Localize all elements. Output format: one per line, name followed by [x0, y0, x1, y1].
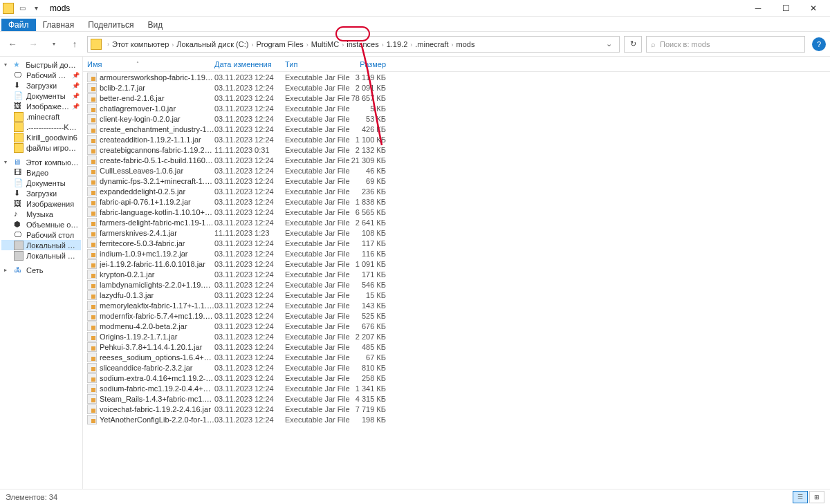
chevron-right-icon[interactable]: › [339, 41, 347, 48]
sidebar-item[interactable]: .--------------Kedirc [1, 122, 81, 132]
breadcrumb-dropdown-icon[interactable]: ⌄ [602, 39, 616, 48]
ribbon-tab-home[interactable]: Главная [36, 19, 82, 31]
sidebar-this-pc[interactable]: ▾ 🖥 Этот компьютер [1, 157, 81, 167]
file-row[interactable]: expandeddelight-0.2.5.jar03.11.2023 12:2… [83, 186, 830, 196]
ribbon-tab-view[interactable]: Вид [140, 19, 169, 31]
sidebar-item[interactable]: 🖵Рабочий стол [1, 230, 81, 240]
sidebar-item[interactable]: 🎞Видео [1, 167, 81, 178]
breadcrumb-item[interactable]: Этот компьютер [112, 40, 169, 48]
file-row[interactable]: memoryleakfix-fabric-1.17+-1.1.2.jar03.1… [83, 300, 830, 310]
file-row[interactable]: Steam_Rails-1.4.3+fabric-mc1.19.2.jar03.… [83, 393, 830, 404]
ribbon-tab-share[interactable]: Поделиться [81, 19, 140, 31]
nav-recent-dropdown[interactable]: ▾ [46, 36, 62, 53]
file-row[interactable]: sliceanddice-fabric-2.3.2.jar03.11.2023 … [83, 362, 830, 373]
sidebar-item[interactable]: 🖼Изображения📌 [1, 101, 81, 111]
file-row[interactable]: jei-1.19.2-fabric-11.6.0.1018.jar03.11.2… [83, 259, 830, 269]
minimize-button[interactable]: ─ [744, 0, 772, 17]
chevron-right-icon[interactable]: › [169, 41, 176, 48]
file-row[interactable]: farmers-delight-fabric-mc1.19-1.19.2-1.3… [83, 217, 830, 227]
sidebar-item[interactable]: 📄Документы [1, 178, 81, 188]
breadcrumb-item[interactable]: instances [347, 40, 378, 48]
file-row[interactable]: ferritecore-5.0.3-fabric.jar03.11.2023 1… [83, 238, 830, 248]
sidebar-item[interactable]: ⬇Загрузки [1, 188, 81, 198]
sidebar-item[interactable]: ♪Музыка [1, 209, 81, 219]
file-row[interactable]: create-fabric-0.5.1-c-build.1160+mc1.19.… [83, 155, 830, 165]
refresh-button[interactable]: ↻ [624, 36, 642, 53]
view-details-button[interactable]: ☰ [793, 491, 808, 503]
file-row[interactable]: krypton-0.2.1.jar03.11.2023 12:24Executa… [83, 269, 830, 279]
file-row[interactable]: sodium-extra-0.4.16+mc1.19.2-build.90.ja… [83, 373, 830, 383]
file-row[interactable]: modernfix-fabric-5.7.4+mc1.19.2.jar03.11… [83, 310, 830, 321]
chevron-right-icon[interactable]: › [304, 41, 311, 48]
close-button[interactable]: ✕ [800, 0, 827, 17]
file-type: Executable Jar File [285, 291, 350, 299]
file-row[interactable]: sodium-fabric-mc1.19.2-0.4.4+build.18.ja… [83, 383, 830, 393]
maximize-button[interactable]: ☐ [772, 0, 800, 17]
file-row[interactable]: armourersworkshop-fabric-1.19.2-2.0.2.ja… [83, 72, 830, 82]
breadcrumb-item[interactable]: 1.19.2 [387, 40, 408, 48]
chevron-right-icon[interactable]: › [248, 41, 256, 48]
breadcrumb-item[interactable]: Локальный диск (C:) [176, 40, 248, 48]
chevron-right-icon[interactable]: › [104, 41, 112, 48]
file-row[interactable]: create_enchantment_industry-1.0.1.b.jar0… [83, 124, 830, 134]
sidebar-item[interactable]: 🖼Изображения [1, 198, 81, 209]
sidebar-item[interactable]: .minecraft [1, 111, 81, 122]
file-list[interactable]: armourersworkshop-fabric-1.19.2-2.0.2.ja… [83, 72, 830, 489]
file-row[interactable]: bclib-2.1.7.jar03.11.2023 12:24Executabl… [83, 82, 830, 93]
chevron-right-icon[interactable]: › [449, 41, 456, 48]
qat-dropdown-icon[interactable]: ▾ [30, 3, 42, 14]
sidebar-item[interactable]: 📄Документы📌 [1, 91, 81, 101]
sidebar-item[interactable]: файлы игроков [1, 142, 81, 153]
file-row[interactable]: dynamic-fps-3.2.1+minecraft-1.19.0.jar03… [83, 176, 830, 186]
file-row[interactable]: Pehkui-3.7.8+1.14.4-1.20.1.jar03.11.2023… [83, 342, 830, 352]
sidebar-network[interactable]: ▸ 🖧 Сеть [1, 265, 81, 275]
ribbon-tab-file[interactable]: Файл [1, 19, 36, 31]
chevron-down-icon[interactable]: ▾ [4, 159, 10, 165]
chevron-down-icon[interactable]: ▾ [4, 62, 10, 68]
column-header-name[interactable]: Имя ˄ [87, 60, 214, 68]
breadcrumb-item[interactable]: Program Files [256, 40, 303, 48]
file-row[interactable]: client-key-login-0.2.0.jar03.11.2023 12:… [83, 113, 830, 124]
nav-back-button[interactable]: ← [4, 36, 21, 53]
statusbar: Элементов: 34 ☰ ⊞ [0, 489, 830, 504]
sidebar-item[interactable]: ⬇Загрузки📌 [1, 80, 81, 91]
column-header-date[interactable]: Дата изменения [214, 60, 285, 68]
breadcrumb-item[interactable]: mods [456, 40, 475, 48]
file-row[interactable]: CullLessLeaves-1.0.6.jar03.11.2023 12:24… [83, 165, 830, 176]
sidebar-item[interactable]: Локальный диск (D [1, 250, 81, 261]
file-row[interactable]: createbigcannons-fabric-1.19.2-0.5.2.a.j… [83, 144, 830, 155]
view-large-icons-button[interactable]: ⊞ [809, 491, 824, 503]
nav-forward-button[interactable]: → [25, 36, 42, 53]
nav-up-button[interactable]: ↑ [66, 36, 83, 53]
sidebar-item[interactable]: ⬢Объемные объекты [1, 219, 81, 230]
column-header-type[interactable]: Тип [285, 60, 350, 68]
help-button[interactable]: ? [812, 37, 826, 51]
chevron-right-icon[interactable]: ▸ [4, 267, 11, 273]
file-row[interactable]: indium-1.0.9+mc1.19.2.jar03.11.2023 12:2… [83, 248, 830, 259]
file-row[interactable]: YetAnotherConfigLib-2.2.0-for-1.19.2.jar… [83, 414, 830, 424]
file-row[interactable]: reeses_sodium_options-1.6.4+mc1.19.2-...… [83, 352, 830, 362]
file-row[interactable]: better-end-2.1.6.jar03.11.2023 12:24Exec… [83, 93, 830, 103]
breadcrumb-item[interactable]: .minecraft [415, 40, 448, 48]
qat-properties-icon[interactable]: ▭ [17, 3, 28, 14]
file-row[interactable]: modmenu-4.2.0-beta.2.jar03.11.2023 12:24… [83, 321, 830, 331]
file-row[interactable]: Origins-1.19.2-1.7.1.jar03.11.2023 12:24… [83, 331, 830, 342]
column-header-size[interactable]: Размер [350, 60, 391, 68]
chevron-right-icon[interactable]: › [407, 41, 415, 48]
file-row[interactable]: fabric-api-0.76.1+1.19.2.jar03.11.2023 1… [83, 196, 830, 207]
sidebar-item[interactable]: Kirill_goodwin6 [1, 132, 81, 142]
breadcrumb-item[interactable]: MultiMC [311, 40, 339, 48]
sidebar-item[interactable]: Локальный диск (C [1, 240, 81, 250]
file-row[interactable]: farmersknives-2.4.1.jar11.11.2023 1:23Ex… [83, 227, 830, 238]
file-row[interactable]: voicechat-fabric-1.19.2-2.4.16.jar03.11.… [83, 404, 830, 414]
sidebar-quick-access[interactable]: ▾ ★ Быстрый доступ [1, 59, 81, 70]
breadcrumb[interactable]: › Этот компьютер›Локальный диск (C:)›Pro… [87, 36, 620, 53]
sidebar-item[interactable]: 🖵Рабочий стол📌 [1, 70, 81, 80]
chevron-right-icon[interactable]: › [379, 41, 387, 48]
file-row[interactable]: lambdynamiclights-2.2.0+1.19.2.jar03.11.… [83, 279, 830, 290]
file-row[interactable]: fabric-language-kotlin-1.10.10+kotlin.1.… [83, 207, 830, 217]
file-row[interactable]: createaddition-1.19.2-1.1.1.jar03.11.202… [83, 134, 830, 144]
file-row[interactable]: lazydfu-0.1.3.jar03.11.2023 12:24Executa… [83, 290, 830, 300]
file-row[interactable]: chatlagremover-1.0.jar03.11.2023 12:24Ex… [83, 103, 830, 113]
search-input[interactable]: ⌕ Поиск в: mods [646, 36, 805, 53]
